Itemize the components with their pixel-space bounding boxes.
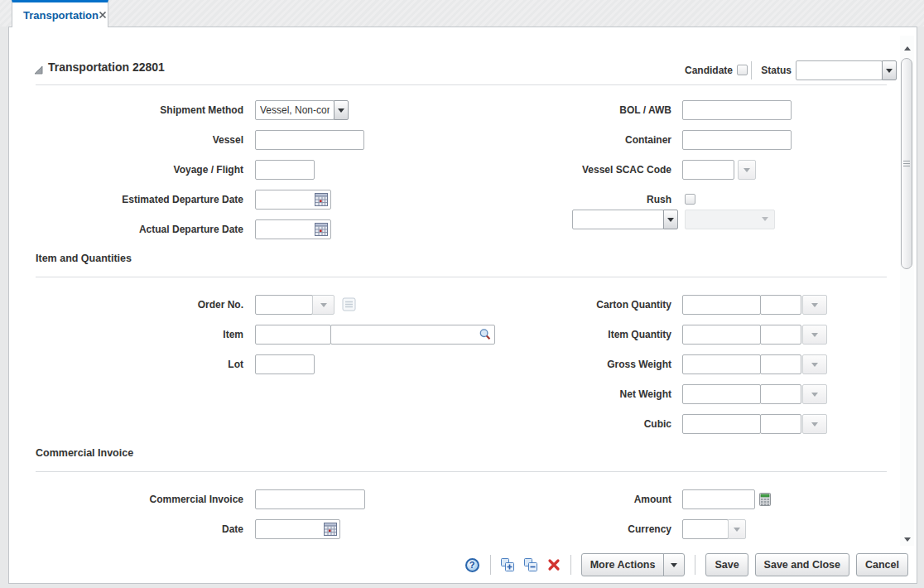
invoice-date-field bbox=[255, 519, 340, 539]
calendar-icon[interactable] bbox=[324, 523, 337, 536]
bol-awb-label: BOL / AWB bbox=[440, 100, 671, 120]
chevron-down-icon bbox=[811, 303, 818, 307]
carton-quantity-label: Carton Quantity bbox=[440, 295, 671, 315]
scroll-up-button[interactable] bbox=[901, 42, 913, 55]
chevron-down-icon bbox=[811, 333, 818, 337]
chevron-down-icon bbox=[811, 363, 818, 367]
scroll-down-button[interactable] bbox=[901, 533, 913, 546]
footer-divider bbox=[490, 555, 491, 575]
container-input[interactable] bbox=[682, 130, 792, 150]
more-actions-dropdown-button[interactable] bbox=[663, 553, 685, 576]
cancel-button[interactable]: Cancel bbox=[856, 553, 908, 576]
item-quantity-label: Item Quantity bbox=[440, 325, 671, 345]
save-and-close-button[interactable]: Save and Close bbox=[755, 553, 849, 576]
item-quantity-unit-dropdown-button[interactable] bbox=[802, 325, 827, 345]
carton-quantity-input[interactable] bbox=[682, 295, 761, 315]
rush-checkbox[interactable] bbox=[685, 194, 695, 205]
cubic-unit-input[interactable] bbox=[760, 414, 801, 434]
chevron-down-icon bbox=[320, 303, 327, 307]
voyage-flight-input[interactable] bbox=[255, 160, 315, 180]
gross-weight-unit-input[interactable] bbox=[760, 354, 801, 374]
currency-input[interactable] bbox=[682, 519, 729, 539]
item-quantity-input[interactable] bbox=[682, 325, 761, 345]
container-label: Container bbox=[440, 130, 671, 150]
amount-label: Amount bbox=[440, 489, 671, 509]
amount-input[interactable] bbox=[682, 489, 755, 509]
order-no-dropdown-button[interactable] bbox=[312, 295, 334, 315]
unlabeled-combo-left-dropdown-button[interactable] bbox=[663, 210, 678, 229]
actual-departure-date-field bbox=[255, 219, 331, 239]
net-weight-label: Net Weight bbox=[440, 384, 671, 404]
net-weight-input[interactable] bbox=[682, 384, 761, 404]
chevron-down-icon bbox=[667, 218, 674, 222]
shipment-method-label: Shipment Method bbox=[9, 100, 243, 120]
status-input[interactable] bbox=[796, 60, 883, 80]
tab-close-icon[interactable] bbox=[99, 11, 107, 19]
save-label: Save bbox=[715, 559, 739, 571]
net-weight-unit-input[interactable] bbox=[760, 384, 801, 404]
vessel-scac-code-input[interactable] bbox=[682, 160, 734, 180]
calendar-icon[interactable] bbox=[315, 193, 328, 206]
gross-weight-input[interactable] bbox=[682, 354, 761, 374]
carton-quantity-unit-input[interactable] bbox=[760, 295, 801, 315]
commercial-invoice-section-title: Commercial Invoice bbox=[36, 447, 133, 459]
save-button[interactable]: Save bbox=[705, 553, 748, 576]
header-rule bbox=[36, 84, 887, 85]
commercial-invoice-label: Commercial Invoice bbox=[9, 489, 243, 509]
help-icon[interactable]: ? bbox=[465, 558, 479, 572]
candidate-label: Candidate bbox=[600, 60, 733, 80]
scrollbar-track[interactable] bbox=[900, 55, 914, 533]
cubic-input[interactable] bbox=[682, 414, 761, 434]
save-and-close-label: Save and Close bbox=[764, 559, 840, 571]
lot-input[interactable] bbox=[255, 354, 315, 374]
chevron-down-icon bbox=[671, 563, 677, 567]
carton-quantity-unit-dropdown-button[interactable] bbox=[802, 295, 827, 315]
collapse-disclosure-icon[interactable] bbox=[34, 65, 43, 75]
commercial-invoice-input[interactable] bbox=[255, 489, 365, 509]
lot-label: Lot bbox=[9, 354, 243, 374]
cubic-label: Cubic bbox=[440, 414, 671, 434]
actual-departure-date-label: Actual Departure Date bbox=[9, 219, 243, 239]
calculator-icon[interactable] bbox=[759, 493, 771, 506]
delete-icon[interactable] bbox=[547, 558, 561, 571]
order-no-input[interactable] bbox=[255, 295, 313, 315]
item-input[interactable] bbox=[255, 325, 331, 345]
shipment-method-dropdown-button[interactable] bbox=[334, 100, 349, 120]
vessel-input[interactable] bbox=[255, 130, 364, 150]
unlabeled-combo-left-input[interactable] bbox=[572, 210, 664, 229]
estimated-departure-date-input[interactable] bbox=[256, 190, 312, 209]
estimated-departure-date-label: Estimated Departure Date bbox=[9, 190, 243, 210]
cubic-unit-dropdown-button[interactable] bbox=[802, 414, 827, 434]
rush-label: Rush bbox=[440, 190, 671, 210]
net-weight-unit-dropdown-button[interactable] bbox=[802, 384, 827, 404]
chevron-down-icon bbox=[744, 168, 750, 172]
status-dropdown-button[interactable] bbox=[882, 60, 897, 80]
scrollbar-grip bbox=[903, 161, 910, 167]
actual-departure-date-input[interactable] bbox=[256, 220, 312, 239]
voyage-flight-label: Voyage / Flight bbox=[9, 160, 243, 180]
tab-label: Transportation bbox=[23, 9, 99, 22]
item-and-quantities-section-title: Item and Quantities bbox=[36, 253, 132, 264]
tab-transportation[interactable]: Transportation bbox=[12, 0, 108, 27]
item-quantity-unit-input[interactable] bbox=[760, 325, 801, 345]
invoice-date-label: Date bbox=[9, 519, 243, 539]
scrollbar-thumb[interactable] bbox=[901, 58, 912, 269]
help-glyph: ? bbox=[469, 560, 475, 570]
currency-dropdown-button[interactable] bbox=[728, 519, 746, 539]
gross-weight-unit-dropdown-button[interactable] bbox=[802, 354, 827, 374]
transportation-panel: Transportation 22801 Candidate Status Sh… bbox=[8, 27, 917, 584]
vessel-scac-code-dropdown-button[interactable] bbox=[738, 160, 756, 180]
shipment-method-input[interactable] bbox=[255, 100, 334, 120]
page-title: Transportation 22801 bbox=[48, 60, 165, 74]
footer-divider bbox=[695, 555, 695, 575]
calendar-icon[interactable] bbox=[315, 223, 328, 236]
status-label: Status bbox=[727, 60, 792, 80]
bol-awb-input[interactable] bbox=[682, 100, 792, 120]
remove-icon[interactable] bbox=[523, 557, 538, 572]
triangle-up-icon bbox=[904, 46, 911, 51]
unlabeled-combo-right-field bbox=[685, 210, 775, 229]
invoice-date-input[interactable] bbox=[256, 520, 321, 538]
order-detail-icon[interactable] bbox=[342, 297, 356, 311]
add-icon[interactable] bbox=[500, 557, 515, 572]
more-actions-button[interactable]: More Actions bbox=[581, 553, 665, 576]
